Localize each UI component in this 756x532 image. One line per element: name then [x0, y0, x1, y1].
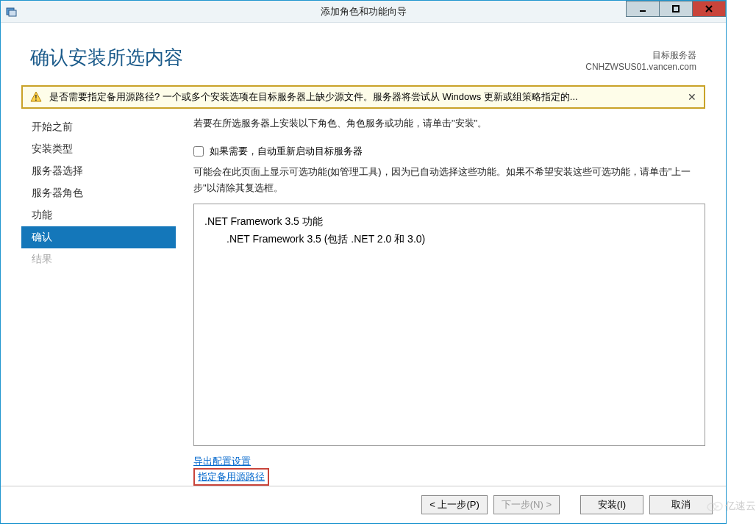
links: 导出配置设置 指定备用源路径 — [193, 455, 705, 486]
sidebar: 开始之前 安装类型 服务器选择 服务器角色 功能 确认 结果 — [21, 116, 176, 486]
sidebar-item-confirmation[interactable]: 确认 — [21, 226, 176, 248]
sidebar-item-before-you-begin[interactable]: 开始之前 — [21, 116, 176, 138]
app-icon — [5, 5, 18, 18]
button-bar: < 上一步(P) 下一步(N) > 安装(I) 取消 — [1, 486, 726, 523]
body: 开始之前 安装类型 服务器选择 服务器角色 功能 确认 结果 若要在所选服务器上… — [1, 116, 726, 486]
content: 确认安装所选内容 目标服务器 CNHZWSUS01.vancen.com ! 是… — [1, 23, 726, 523]
sidebar-item-results: 结果 — [21, 248, 176, 270]
feature-child: .NET Framework 3.5 (包括 .NET 2.0 和 3.0) — [204, 231, 694, 248]
maximize-button[interactable] — [659, 1, 693, 17]
auto-restart-label: 如果需要，自动重新启动目标服务器 — [210, 145, 363, 158]
sidebar-item-installation-type[interactable]: 安装类型 — [21, 138, 176, 160]
watermark-text: 亿速云 — [725, 500, 756, 513]
warning-close-icon[interactable]: ✕ — [688, 91, 696, 103]
feature-list: .NET Framework 3.5 功能 .NET Framework 3.5… — [193, 204, 705, 446]
svg-rect-3 — [673, 6, 679, 12]
header: 确认安装所选内容 目标服务器 CNHZWSUS01.vancen.com — [1, 23, 726, 85]
target-server-label: 目标服务器 — [585, 49, 696, 62]
server-name: CNHZWSUS01.vancen.com — [585, 62, 696, 72]
warning-icon: ! — [30, 91, 42, 103]
auto-restart-checkbox-row[interactable]: 如果需要，自动重新启动目标服务器 — [193, 145, 705, 158]
svg-rect-1 — [9, 10, 16, 16]
feature-parent: .NET Framework 3.5 功能 — [204, 213, 694, 231]
server-info: 目标服务器 CNHZWSUS01.vancen.com — [585, 49, 696, 72]
titlebar: 添加角色和功能向导 — [1, 1, 726, 23]
instruction-text: 若要在所选服务器上安装以下角色、角色服务或功能，请单击"安装"。 — [193, 116, 705, 132]
sidebar-item-server-selection[interactable]: 服务器选择 — [21, 160, 176, 182]
wizard-window: 添加角色和功能向导 确认安装所选内容 目标服务器 CNHZWSUS01.vanc… — [0, 0, 727, 524]
page-title: 确认安装所选内容 — [30, 45, 183, 71]
sidebar-item-features[interactable]: 功能 — [21, 204, 176, 226]
close-button[interactable] — [692, 1, 726, 17]
cancel-button[interactable]: 取消 — [649, 495, 713, 514]
svg-text:!: ! — [35, 94, 37, 102]
window-controls — [627, 1, 726, 17]
warning-bar: ! 是否需要指定备用源路径? 一个或多个安装选项在目标服务器上缺少源文件。服务器… — [21, 85, 705, 109]
description-text: 可能会在此页面上显示可选功能(如管理工具)，因为已自动选择这些功能。如果不希望安… — [193, 164, 705, 196]
specify-alternate-source-link[interactable]: 指定备用源路径 — [193, 468, 269, 486]
minimize-button[interactable] — [626, 1, 660, 17]
install-button[interactable]: 安装(I) — [580, 495, 643, 514]
export-config-link[interactable]: 导出配置设置 — [193, 455, 251, 468]
warning-text: 是否需要指定备用源路径? 一个或多个安装选项在目标服务器上缺少源文件。服务器将尝… — [49, 90, 578, 104]
sidebar-item-server-roles[interactable]: 服务器角色 — [21, 182, 176, 204]
main-panel: 若要在所选服务器上安装以下角色、角色服务或功能，请单击"安装"。 如果需要，自动… — [176, 116, 705, 486]
window-title: 添加角色和功能向导 — [321, 5, 407, 18]
auto-restart-checkbox[interactable] — [193, 146, 204, 157]
next-button: 下一步(N) > — [493, 495, 560, 514]
previous-button[interactable]: < 上一步(P) — [421, 495, 488, 514]
svg-point-10 — [717, 506, 719, 508]
watermark: 亿速云 — [707, 500, 756, 513]
